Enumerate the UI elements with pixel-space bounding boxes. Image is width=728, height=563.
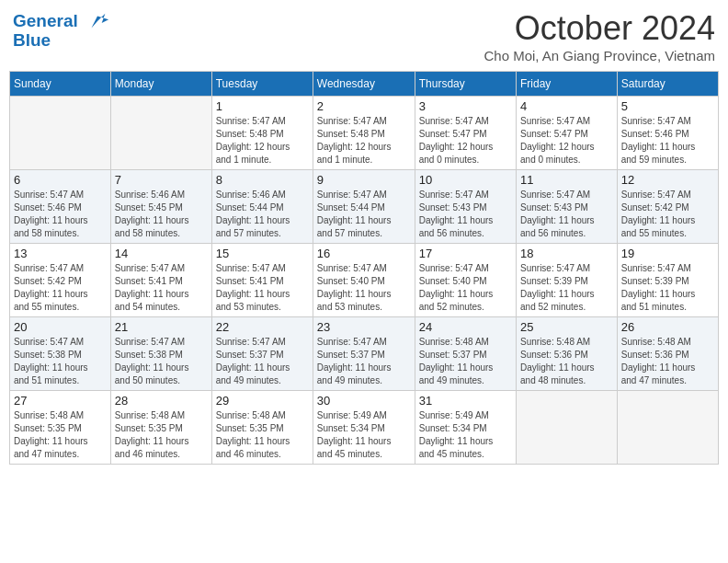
location: Cho Moi, An Giang Province, Vietnam <box>483 48 715 63</box>
calendar-cell: 14Sunrise: 5:47 AM Sunset: 5:41 PM Dayli… <box>110 244 211 317</box>
day-number: 25 <box>520 320 613 334</box>
week-row-3: 13Sunrise: 5:47 AM Sunset: 5:42 PM Dayli… <box>10 244 719 317</box>
day-info: Sunrise: 5:48 AM Sunset: 5:35 PM Dayligh… <box>216 409 309 461</box>
day-info: Sunrise: 5:47 AM Sunset: 5:42 PM Dayligh… <box>14 262 107 314</box>
title-block: October 2024 Cho Moi, An Giang Province,… <box>483 9 715 63</box>
day-number: 20 <box>14 320 107 334</box>
calendar-cell <box>517 391 618 465</box>
day-info: Sunrise: 5:47 AM Sunset: 5:48 PM Dayligh… <box>317 115 411 167</box>
calendar-cell: 18Sunrise: 5:47 AM Sunset: 5:39 PM Dayli… <box>517 244 618 317</box>
day-info: Sunrise: 5:47 AM Sunset: 5:43 PM Dayligh… <box>520 189 613 240</box>
day-number: 14 <box>115 247 208 260</box>
week-row-2: 6Sunrise: 5:47 AM Sunset: 5:46 PM Daylig… <box>10 170 719 244</box>
day-number: 10 <box>419 173 512 187</box>
day-info: Sunrise: 5:47 AM Sunset: 5:41 PM Dayligh… <box>115 262 208 314</box>
calendar-cell: 3Sunrise: 5:47 AM Sunset: 5:47 PM Daylig… <box>415 97 516 170</box>
calendar-cell: 6Sunrise: 5:47 AM Sunset: 5:46 PM Daylig… <box>10 170 111 244</box>
logo: General Blue <box>13 9 110 51</box>
day-info: Sunrise: 5:47 AM Sunset: 5:46 PM Dayligh… <box>621 115 714 167</box>
weekday-header-thursday: Thursday <box>415 72 516 97</box>
calendar-cell: 31Sunrise: 5:49 AM Sunset: 5:34 PM Dayli… <box>415 391 516 465</box>
weekday-header-tuesday: Tuesday <box>211 72 313 97</box>
day-info: Sunrise: 5:46 AM Sunset: 5:44 PM Dayligh… <box>216 189 309 240</box>
week-row-1: 1Sunrise: 5:47 AM Sunset: 5:48 PM Daylig… <box>10 97 719 170</box>
day-number: 15 <box>216 247 309 260</box>
day-info: Sunrise: 5:47 AM Sunset: 5:39 PM Dayligh… <box>520 262 613 314</box>
svg-marker-0 <box>92 14 109 29</box>
day-info: Sunrise: 5:47 AM Sunset: 5:42 PM Dayligh… <box>621 189 714 240</box>
day-number: 17 <box>419 247 512 260</box>
weekday-header-monday: Monday <box>110 72 211 97</box>
day-number: 6 <box>14 173 107 187</box>
day-number: 31 <box>419 394 512 408</box>
day-info: Sunrise: 5:47 AM Sunset: 5:47 PM Dayligh… <box>419 115 512 167</box>
day-number: 7 <box>115 173 208 187</box>
month-title: October 2024 <box>483 9 715 48</box>
calendar-table: SundayMondayTuesdayWednesdayThursdayFrid… <box>9 71 719 465</box>
day-info: Sunrise: 5:47 AM Sunset: 5:43 PM Dayligh… <box>419 189 512 240</box>
calendar-cell: 17Sunrise: 5:47 AM Sunset: 5:40 PM Dayli… <box>415 244 516 317</box>
calendar-cell: 1Sunrise: 5:47 AM Sunset: 5:48 PM Daylig… <box>211 97 313 170</box>
calendar-cell: 29Sunrise: 5:48 AM Sunset: 5:35 PM Dayli… <box>211 391 313 465</box>
day-info: Sunrise: 5:48 AM Sunset: 5:36 PM Dayligh… <box>520 336 613 387</box>
day-number: 2 <box>317 99 411 113</box>
day-number: 29 <box>216 394 309 408</box>
calendar-cell: 5Sunrise: 5:47 AM Sunset: 5:46 PM Daylig… <box>617 97 718 170</box>
calendar-cell: 9Sunrise: 5:47 AM Sunset: 5:44 PM Daylig… <box>313 170 415 244</box>
calendar-cell: 30Sunrise: 5:49 AM Sunset: 5:34 PM Dayli… <box>313 391 415 465</box>
day-info: Sunrise: 5:49 AM Sunset: 5:34 PM Dayligh… <box>317 409 411 461</box>
calendar-cell: 20Sunrise: 5:47 AM Sunset: 5:38 PM Dayli… <box>10 317 111 391</box>
calendar-cell: 2Sunrise: 5:47 AM Sunset: 5:48 PM Daylig… <box>313 97 415 170</box>
day-number: 11 <box>520 173 613 187</box>
weekday-header-sunday: Sunday <box>10 72 111 97</box>
calendar-cell: 27Sunrise: 5:48 AM Sunset: 5:35 PM Dayli… <box>10 391 111 465</box>
day-number: 24 <box>419 320 512 334</box>
day-number: 28 <box>115 394 208 408</box>
day-info: Sunrise: 5:48 AM Sunset: 5:35 PM Dayligh… <box>14 409 107 461</box>
calendar-cell: 23Sunrise: 5:47 AM Sunset: 5:37 PM Dayli… <box>313 317 415 391</box>
calendar-cell: 24Sunrise: 5:48 AM Sunset: 5:37 PM Dayli… <box>415 317 516 391</box>
logo-bird-icon <box>85 9 110 35</box>
calendar-cell: 8Sunrise: 5:46 AM Sunset: 5:44 PM Daylig… <box>211 170 313 244</box>
day-number: 8 <box>216 173 309 187</box>
week-row-5: 27Sunrise: 5:48 AM Sunset: 5:35 PM Dayli… <box>10 391 719 465</box>
calendar-cell: 19Sunrise: 5:47 AM Sunset: 5:39 PM Dayli… <box>617 244 718 317</box>
day-info: Sunrise: 5:49 AM Sunset: 5:34 PM Dayligh… <box>419 409 512 461</box>
day-info: Sunrise: 5:47 AM Sunset: 5:47 PM Dayligh… <box>520 115 613 167</box>
calendar-cell: 13Sunrise: 5:47 AM Sunset: 5:42 PM Dayli… <box>10 244 111 317</box>
day-info: Sunrise: 5:47 AM Sunset: 5:37 PM Dayligh… <box>317 336 411 387</box>
day-number: 22 <box>216 320 309 334</box>
calendar-cell <box>10 97 111 170</box>
day-number: 13 <box>14 247 107 260</box>
calendar-cell: 4Sunrise: 5:47 AM Sunset: 5:47 PM Daylig… <box>517 97 618 170</box>
day-number: 12 <box>621 173 714 187</box>
calendar-cell: 16Sunrise: 5:47 AM Sunset: 5:40 PM Dayli… <box>313 244 415 317</box>
day-info: Sunrise: 5:47 AM Sunset: 5:37 PM Dayligh… <box>216 336 309 387</box>
day-number: 30 <box>317 394 411 408</box>
day-number: 5 <box>621 99 714 113</box>
weekday-header-row: SundayMondayTuesdayWednesdayThursdayFrid… <box>10 72 719 97</box>
day-info: Sunrise: 5:47 AM Sunset: 5:40 PM Dayligh… <box>419 262 512 314</box>
page-header: General Blue October 2024 Cho Moi, An Gi… <box>9 9 719 63</box>
day-info: Sunrise: 5:47 AM Sunset: 5:46 PM Dayligh… <box>14 189 107 240</box>
day-number: 21 <box>115 320 208 334</box>
calendar-cell: 7Sunrise: 5:46 AM Sunset: 5:45 PM Daylig… <box>110 170 211 244</box>
calendar-cell: 12Sunrise: 5:47 AM Sunset: 5:42 PM Dayli… <box>617 170 718 244</box>
day-number: 27 <box>14 394 107 408</box>
calendar-cell: 10Sunrise: 5:47 AM Sunset: 5:43 PM Dayli… <box>415 170 516 244</box>
calendar-cell: 15Sunrise: 5:47 AM Sunset: 5:41 PM Dayli… <box>211 244 313 317</box>
day-number: 19 <box>621 247 714 260</box>
calendar-cell: 11Sunrise: 5:47 AM Sunset: 5:43 PM Dayli… <box>517 170 618 244</box>
calendar-cell <box>110 97 211 170</box>
day-number: 16 <box>317 247 411 260</box>
day-info: Sunrise: 5:46 AM Sunset: 5:45 PM Dayligh… <box>115 189 208 240</box>
day-number: 1 <box>216 99 309 113</box>
calendar-cell: 21Sunrise: 5:47 AM Sunset: 5:38 PM Dayli… <box>110 317 211 391</box>
day-number: 3 <box>419 99 512 113</box>
day-number: 9 <box>317 173 411 187</box>
day-number: 4 <box>520 99 613 113</box>
day-info: Sunrise: 5:48 AM Sunset: 5:37 PM Dayligh… <box>419 336 512 387</box>
calendar-cell: 22Sunrise: 5:47 AM Sunset: 5:37 PM Dayli… <box>211 317 313 391</box>
day-info: Sunrise: 5:47 AM Sunset: 5:44 PM Dayligh… <box>317 189 411 240</box>
calendar-cell: 26Sunrise: 5:48 AM Sunset: 5:36 PM Dayli… <box>617 317 718 391</box>
